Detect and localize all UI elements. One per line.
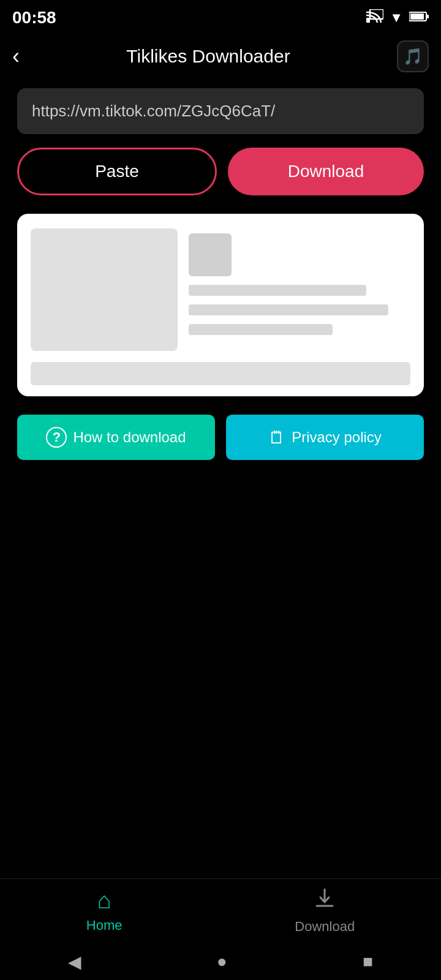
status-bar: 00:58 ▼ [0, 0, 441, 33]
tiktok-logo[interactable]: 🎵 [397, 40, 429, 72]
meta-avatar [189, 233, 232, 276]
page-title: Tiklikes Downloader [20, 46, 397, 67]
back-button[interactable]: ‹ [12, 45, 20, 67]
recents-system-button[interactable]: ■ [363, 952, 373, 971]
home-system-button[interactable]: ● [217, 952, 227, 971]
buttons-row: Paste Download [17, 148, 424, 195]
bottom-nav: ⌂ Home Download [0, 878, 441, 943]
privacy-icon: 🗒 [268, 428, 285, 448]
help-icon: ? [46, 427, 67, 448]
url-input[interactable]: https://vm.tiktok.com/ZGJcQ6CaT/ [32, 102, 275, 120]
how-to-download-button[interactable]: ? How to download [17, 415, 215, 460]
cast-icon [366, 9, 383, 26]
card-top [31, 228, 410, 351]
privacy-label: Privacy policy [292, 429, 382, 446]
meta-line-1 [189, 285, 366, 296]
how-to-label: How to download [73, 429, 186, 446]
nav-download[interactable]: Download [295, 886, 355, 935]
svg-rect-4 [426, 15, 429, 18]
loading-card [17, 214, 424, 396]
privacy-policy-button[interactable]: 🗒 Privacy policy [226, 415, 424, 460]
meta-line-3 [189, 324, 333, 335]
back-system-button[interactable]: ◀ [68, 952, 81, 972]
wifi-icon: ▼ [390, 10, 403, 26]
url-input-container[interactable]: https://vm.tiktok.com/ZGJcQ6CaT/ [17, 88, 424, 134]
download-nav-label: Download [295, 919, 355, 935]
status-time: 00:58 [12, 8, 56, 28]
card-meta [189, 228, 410, 351]
home-label: Home [86, 918, 123, 933]
card-thumbnail [31, 228, 178, 351]
home-icon: ⌂ [97, 888, 111, 914]
download-button[interactable]: Download [228, 148, 424, 195]
system-nav: ◀ ● ■ [0, 943, 441, 980]
battery-icon [409, 11, 429, 25]
status-icons: ▼ [366, 9, 429, 26]
paste-button[interactable]: Paste [17, 148, 217, 195]
nav-home[interactable]: ⌂ Home [86, 888, 123, 933]
main-content: https://vm.tiktok.com/ZGJcQ6CaT/ Paste D… [0, 82, 441, 472]
svg-rect-3 [410, 13, 424, 20]
top-bar: ‹ Tiklikes Downloader 🎵 [0, 33, 441, 82]
card-bottom-bar [31, 362, 410, 385]
meta-line-2 [189, 304, 388, 315]
download-nav-icon [313, 886, 336, 915]
bottom-action-buttons: ? How to download 🗒 Privacy policy [17, 415, 424, 472]
